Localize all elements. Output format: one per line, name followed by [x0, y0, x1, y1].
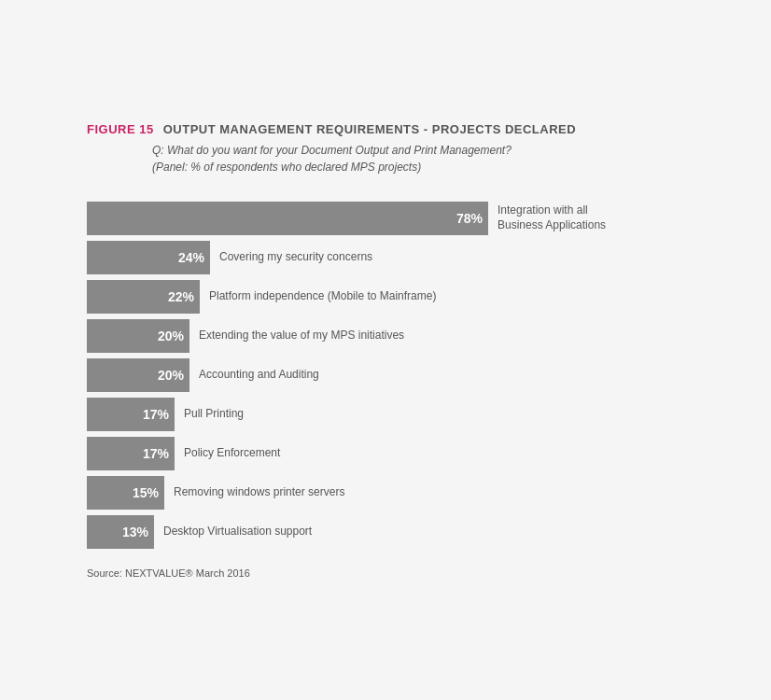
bar: 22% [87, 280, 200, 314]
bar: 17% [87, 398, 175, 431]
bar-row: 22%Platform independence (Mobile to Main… [87, 280, 684, 314]
bar: 13% [87, 515, 154, 549]
bar-percentage: 24% [178, 250, 204, 265]
bar-row: 13%Desktop Virtualisation support [87, 515, 684, 549]
bar-wrap: 17% [87, 398, 175, 431]
bar-wrap: 24% [87, 241, 210, 274]
chart: 78%Integration with allBusiness Applicat… [87, 202, 684, 549]
bar-label: Desktop Virtualisation support [163, 525, 684, 539]
bar-label: Accounting and Auditing [199, 368, 684, 383]
bar-wrap: 13% [87, 515, 154, 549]
bar-wrap: 20% [87, 319, 189, 353]
bar: 17% [87, 437, 175, 470]
bar-percentage: 22% [168, 289, 194, 304]
bar-percentage: 13% [122, 525, 148, 539]
bar-label: Covering my security concerns [219, 250, 684, 265]
bar: 20% [87, 358, 189, 392]
figure-title-text: OUTPUT MANAGEMENT REQUIREMENTS - PROJECT… [163, 122, 576, 136]
source-text: Source: NEXTVALUE® March 2016 [87, 567, 684, 579]
figure-label: FIGURE 15 [87, 122, 154, 136]
bar-label: Pull Printing [184, 407, 684, 422]
bar-row: 17%Policy Enforcement [87, 437, 684, 470]
bar: 20% [87, 319, 189, 353]
panel-note: (Panel: % of respondents who declared MP… [152, 161, 684, 174]
bar-row: 15%Removing windows printer servers [87, 476, 684, 510]
bar-wrap: 20% [87, 358, 189, 392]
bar-wrap: 15% [87, 476, 164, 510]
bar-wrap: 17% [87, 437, 175, 470]
subtitle: Q: What do you want for your Document Ou… [152, 144, 684, 157]
bar-percentage: 20% [158, 368, 184, 383]
bar: 24% [87, 241, 210, 274]
bar-percentage: 78% [456, 211, 483, 226]
bar-wrap: 22% [87, 280, 200, 314]
bar-row: 20%Accounting and Auditing [87, 358, 684, 392]
bar-percentage: 20% [158, 329, 184, 343]
bar-label: Extending the value of my MPS initiative… [199, 329, 684, 343]
bar-label: Policy Enforcement [184, 446, 684, 461]
bar: 15% [87, 476, 164, 510]
bar-row: 20%Extending the value of my MPS initiat… [87, 319, 684, 353]
bar: 78% [87, 202, 488, 235]
bar-row: 24%Covering my security concerns [87, 241, 684, 274]
figure-title-row: FIGURE 15 OUTPUT MANAGEMENT REQUIREMENTS… [87, 122, 684, 136]
bar-wrap: 78% [87, 202, 488, 235]
bar-percentage: 17% [143, 407, 169, 422]
bar-label: Platform independence (Mobile to Mainfra… [209, 289, 684, 304]
bar-label: Integration with allBusiness Application… [498, 203, 684, 232]
bar-percentage: 15% [133, 485, 159, 500]
bar-row: 17%Pull Printing [87, 398, 684, 431]
bar-label: Removing windows printer servers [174, 485, 684, 500]
bar-percentage: 17% [143, 446, 169, 461]
bar-row: 78%Integration with allBusiness Applicat… [87, 202, 684, 235]
figure-container: FIGURE 15 OUTPUT MANAGEMENT REQUIREMENTS… [49, 94, 722, 607]
